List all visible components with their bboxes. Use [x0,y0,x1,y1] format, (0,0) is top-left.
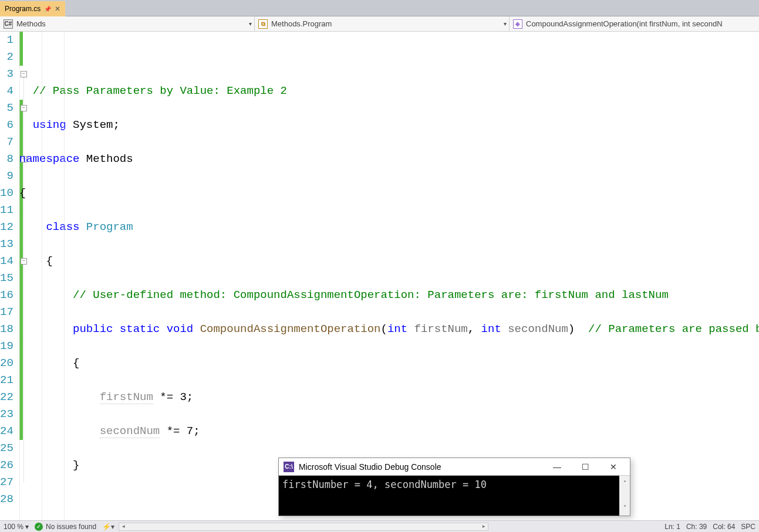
method-icon: ◈ [513,19,522,29]
console-body[interactable]: firstNumber = 4, secondNumber = 10 ˄˅ [279,476,630,516]
status-line: Ln: 1 [664,523,680,531]
console-title-bar[interactable]: C:\ Microsoft Visual Studio Debug Consol… [279,458,630,476]
debug-console-window[interactable]: C:\ Microsoft Visual Studio Debug Consol… [278,458,630,516]
health-text: No issues found [46,523,96,531]
pin-icon[interactable]: 📌 [44,6,51,12]
status-col: Col: 64 [713,523,735,531]
nav-class-label: Methods.Program [271,19,332,28]
nav-scope-dropdown[interactable]: C# Methods ▾ [0,16,255,31]
document-tab-program-cs[interactable]: Program.cs 📌 ✕ [0,1,66,16]
line-number-gutter: 1 2 3 4 5 6 7 8 9 10 11 12 13 14 15 16 1… [0,32,19,520]
status-ins-mode[interactable]: SPC [741,523,755,531]
chevron-down-icon: ▾ [249,21,252,27]
console-app-icon: C:\ [284,462,294,472]
navigation-bar: C# Methods ▾ ⧉ Methods.Program ▾ ◈ Compo… [0,16,759,32]
horizontal-scrollbar[interactable] [119,523,488,531]
error-health[interactable]: ✓ No issues found [35,523,96,531]
status-bar: 100 %▾ ✓ No issues found ⚡▾ Ln: 1 Ch: 39… [0,520,759,532]
console-scrollbar[interactable]: ˄˅ [619,476,630,516]
tab-filename: Program.cs [5,5,41,13]
csharp-project-icon: C# [4,19,13,29]
nav-member-dropdown[interactable]: ◈ CompoundAssignmentOperation(int firstN… [510,16,759,31]
close-icon[interactable]: ✕ [55,5,60,13]
console-output: firstNumber = 4, secondNumber = 10 [282,478,619,513]
minimize-button[interactable]: — [545,462,569,472]
nav-member-label: CompoundAssignmentOperation(int firstNum… [526,19,723,28]
status-char: Ch: 39 [686,523,707,531]
maximize-button[interactable]: ☐ [574,462,597,472]
code-editor[interactable]: 1 2 3 4 5 6 7 8 9 10 11 12 13 14 15 16 1… [0,32,759,520]
nav-class-dropdown[interactable]: ⧉ Methods.Program ▾ [255,16,510,31]
chevron-down-icon: ▾ [25,523,29,531]
check-icon: ✓ [35,523,43,531]
nav-scope-label: Methods [16,19,46,28]
console-title: Microsoft Visual Studio Debug Console [299,462,441,472]
code-text-area[interactable]: // Pass Parameters by Value: Example 2 u… [19,32,759,520]
document-tab-bar: Program.cs 📌 ✕ [0,0,759,16]
zoom-selector[interactable]: 100 %▾ [4,523,29,531]
close-button[interactable]: ✕ [602,462,625,472]
chevron-down-icon: ▾ [504,21,507,27]
class-icon: ⧉ [258,19,268,29]
build-action-icon[interactable]: ⚡▾ [102,523,113,531]
